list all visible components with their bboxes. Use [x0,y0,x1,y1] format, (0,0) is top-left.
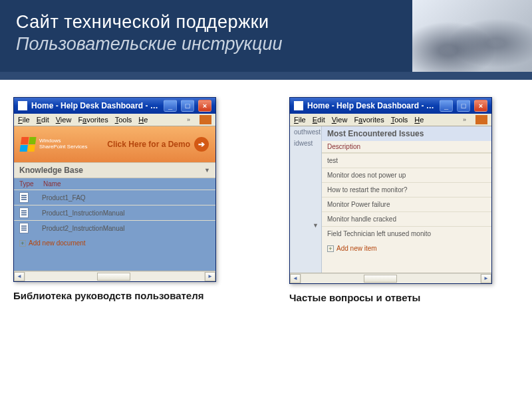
close-button[interactable]: × [198,100,211,112]
scrollbar-horizontal[interactable]: ◄ ► [290,273,491,283]
kb-row-name: Product2_InstructionManual [42,225,125,232]
kb-row-name: Product1_FAQ [42,194,86,201]
menu-favorites[interactable]: Favorites [78,116,108,124]
scroll-thumb[interactable] [97,273,130,281]
menu-view[interactable]: View [56,116,72,124]
divider [0,72,532,80]
arrow-right-icon: ➔ [194,137,209,152]
titlebar[interactable]: Home - Help Desk Dashboard - … _ □ × [14,98,215,114]
slide-header: Сайт технической поддержки Пользовательс… [0,0,532,72]
menubar[interactable]: File Edit View Favorites Tools He » [290,114,491,126]
region-item[interactable]: idwest [290,138,321,149]
window-title: Home - Help Desk Dashboard - … [307,101,436,110]
menu-help[interactable]: He [414,116,424,124]
menu-edit[interactable]: Edit [313,116,325,124]
menu-overflow-icon[interactable]: » [187,116,190,123]
banner-brand: Windows SharePoint Services [39,138,87,150]
scroll-right-button[interactable]: ► [481,274,491,283]
kb-row-name: Product1_InstructionManual [42,209,125,217]
scroll-track[interactable] [301,274,480,283]
menu-file[interactable]: File [294,116,306,124]
app-icon [294,101,303,110]
windows-logo-icon [19,137,36,152]
region-item[interactable]: outhwest [290,126,321,138]
caption-left: Библиотека руководств пользователя [13,290,216,301]
banner-cta[interactable]: Click Here for a Demo ➔ [107,137,209,152]
window-issues: Home - Help Desk Dashboard - … _ □ × Fil… [289,97,492,284]
decorative-photo [412,0,532,72]
kb-col-type: Type [19,180,43,188]
add-item-link[interactable]: + Add new item [322,241,491,256]
issues-col-description: Description [322,141,491,153]
scrollbar-horizontal[interactable]: ◄ ► [14,271,215,281]
dropdown-icon[interactable]: ▼ [290,222,321,229]
issue-row[interactable]: Field Technician left unused monito [322,226,491,241]
kb-section-header[interactable]: Knowledge Base ▼ [14,162,215,178]
document-icon [19,192,29,203]
demo-banner[interactable]: Windows SharePoint Services Click Here f… [14,126,215,162]
issue-row[interactable]: Monitor Power failure [322,197,491,211]
minimize-button[interactable]: _ [440,100,453,112]
issue-row[interactable]: How to restart the monitor? [322,182,491,197]
menu-tools[interactable]: Tools [115,116,132,124]
kb-columns: Type Name [14,178,215,190]
menu-favorites[interactable]: Favorites [354,116,384,124]
menubar[interactable]: File Edit View Favorites Tools He » [14,114,215,126]
window-title: Home - Help Desk Dashboard - … [31,101,160,110]
scroll-left-button[interactable]: ◄ [290,274,301,283]
kb-row[interactable]: Product1_InstructionManual [14,205,215,220]
scroll-track[interactable] [25,272,204,281]
menu-edit[interactable]: Edit [37,116,49,124]
menu-view[interactable]: View [332,116,348,124]
menu-file[interactable]: File [18,116,30,124]
issue-row[interactable]: Monitor handle cracked [322,211,491,226]
titlebar[interactable]: Home - Help Desk Dashboard - … _ □ × [290,98,491,114]
minimize-button[interactable]: _ [164,100,177,112]
maximize-button[interactable]: □ [181,100,194,112]
issues-header: Most Encountered Issues [322,126,491,141]
app-icon [18,101,27,110]
plus-icon: + [327,245,334,252]
window-knowledge-base: Home - Help Desk Dashboard - … _ □ × Fil… [13,97,216,282]
close-button[interactable]: × [474,100,487,112]
region-sidebar: outhwest idwest ▼ [290,126,322,273]
menu-tools[interactable]: Tools [391,116,408,124]
dropdown-icon[interactable]: ▼ [204,167,210,174]
plus-icon: + [19,240,26,247]
issue-row[interactable]: test [322,153,491,168]
maximize-button[interactable]: □ [457,100,470,112]
flag-icon[interactable] [200,115,211,124]
issue-row[interactable]: Monitor does not power up [322,168,491,182]
document-icon [19,223,29,233]
kb-row[interactable]: Product1_FAQ [14,190,215,205]
menu-help[interactable]: He [138,116,148,124]
scroll-left-button[interactable]: ◄ [14,272,25,281]
kb-col-name: Name [43,180,61,188]
caption-right: Частые вопросы и ответы [289,292,492,303]
kb-row[interactable]: Product2_InstructionManual [14,220,215,235]
scroll-thumb[interactable] [364,275,397,283]
document-icon [19,207,29,218]
flag-icon[interactable] [475,115,487,124]
menu-overflow-icon[interactable]: » [463,116,466,123]
add-document-link[interactable]: + Add new document [14,235,215,251]
scroll-right-button[interactable]: ► [205,272,215,281]
